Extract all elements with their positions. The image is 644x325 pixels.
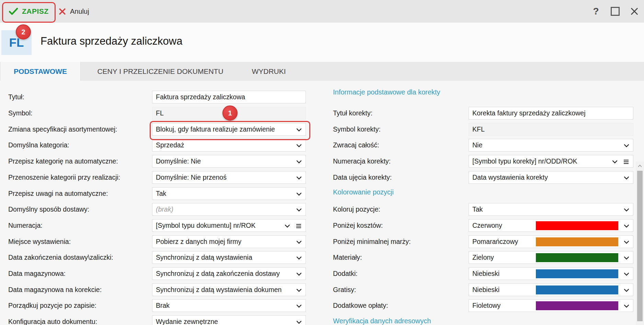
field-label: Koloruj pozycje: (333, 203, 380, 216)
field-label: Konfiguracja auto dokumentu: (8, 315, 97, 325)
dodatkowe-oplaty-color-select[interactable]: Fioletowy (469, 299, 633, 312)
save-button-label: ZAPISZ (22, 7, 49, 15)
chevron-down-icon (624, 208, 629, 212)
field-label: Materiały: (333, 251, 362, 264)
field-label: Dodatki: (333, 267, 358, 280)
color-swatch-orange (536, 237, 618, 246)
section-link-kolorowanie-pozycji[interactable]: Kolorowanie pozycji (333, 188, 394, 196)
przepisz-uwagi-select[interactable]: Tak (152, 187, 306, 200)
chevron-down-icon (624, 256, 629, 260)
scrollbar-thumb[interactable] (637, 171, 643, 321)
annotation-badge-1: 1 (222, 105, 238, 121)
chevron-down-icon (624, 224, 629, 228)
data-ujecia-korekty-select[interactable]: Data wystawienia korekty (469, 171, 633, 184)
form-row: Poniżej minimalnej marży: Pomarańczowy (0, 235, 644, 248)
window-controls: ? (586, 0, 644, 23)
koloruj-pozycje-select[interactable]: Tak (469, 203, 633, 216)
field-label: Data ujęcia korekty: (333, 171, 392, 184)
field-label: Numeracja korekty: (333, 155, 391, 168)
chevron-down-icon (624, 240, 629, 244)
form-row: Przepisz uwagi na automatyczne: Tak (0, 187, 644, 200)
color-swatch-red (536, 221, 618, 230)
header: FL 2 Faktura sprzedaży zaliczkowa (0, 23, 644, 62)
field-label: Przepisz uwagi na automatyczne: (8, 187, 108, 200)
form-row: Data ujęcia korekty: Data wystawienia ko… (0, 171, 644, 184)
chevron-down-icon (296, 192, 302, 196)
form-row: Tytuł: (0, 91, 644, 103)
gratisy-color-select[interactable]: Niebieski (469, 283, 633, 296)
color-swatch-blue (536, 285, 618, 294)
form-row: Konfiguracja auto dokumentu: Wydanie zew… (0, 315, 644, 325)
chevron-down-icon (624, 144, 629, 147)
numeracja-korekty-select[interactable]: [Symbol typu korekty] nr/ODD/ROK (469, 155, 633, 168)
x-icon (59, 8, 66, 15)
menu-icon[interactable] (623, 159, 629, 164)
form-row: Koloruj pozycje: Tak (0, 203, 644, 216)
cancel-button[interactable]: Anuluj (57, 0, 91, 23)
form-row: Dodatki: Niebieski (0, 267, 644, 280)
chevron-down-icon (624, 304, 629, 308)
maximize-button[interactable] (606, 0, 625, 23)
form-row: Numeracja korekty: [Symbol typu korekty]… (0, 155, 644, 168)
chevron-down-icon (624, 176, 629, 180)
field-label: Poniżej minimalnej marży: (333, 235, 411, 248)
field-label: Poniżej kosztów: (333, 219, 383, 232)
field-label: Symbol korekty: (333, 123, 381, 136)
tab-podstawowe[interactable]: PODSTAWOWE (0, 62, 81, 81)
ponizej-marzy-color-select[interactable]: Pomarańczowy (469, 235, 633, 248)
chevron-down-icon (612, 160, 618, 164)
scroll-up-button[interactable] (636, 161, 644, 170)
chevron-down-icon (296, 321, 302, 324)
form-row: Gratisy: Niebieski (0, 283, 644, 296)
save-button[interactable]: ZAPISZ (7, 0, 51, 23)
form-row: Zwracaj całość: Nie (0, 139, 644, 152)
form-row: Poniżej kosztów: Czerwony (0, 219, 644, 232)
form-row: Dodatkowe opłaty: Fioletowy (0, 299, 644, 312)
settings-form: Tytuł: Symbol: FL 1 Zmiana specyfikacji … (0, 81, 644, 325)
vertical-scrollbar (636, 161, 644, 325)
field-label: Tytuł korekty: (333, 107, 372, 120)
color-swatch-green (536, 253, 618, 262)
cancel-button-label: Anuluj (70, 8, 89, 15)
form-row: Materiały: Zielony (0, 251, 644, 264)
section-link-weryfikacja-adresow[interactable]: Weryfikacja danych adresowych (333, 317, 431, 325)
konfiguracja-auto-dokumentu-select[interactable]: Wydanie zewnętrzne (152, 315, 306, 325)
color-swatch-purple (536, 301, 618, 310)
check-icon (9, 8, 18, 15)
form-row: Tytuł korekty: (0, 107, 644, 120)
symbol-korekty-field: KFL (469, 123, 633, 136)
color-swatch-blue (536, 269, 618, 278)
help-button[interactable]: ? (586, 0, 606, 23)
chevron-down-icon (624, 289, 629, 292)
ponizej-kosztow-color-select[interactable]: Czerwony (469, 219, 633, 232)
tytul-korekty-input[interactable] (469, 107, 633, 120)
close-icon (630, 7, 639, 15)
zwracaj-calosc-select[interactable]: Nie (469, 139, 633, 152)
tab-bar: PODSTAWOWE CENY I PRZELICZENIE DOKUMENTU… (0, 62, 644, 81)
section-link-informacje-korekty[interactable]: Informacje podstawowe dla korekty (333, 88, 440, 96)
close-button[interactable] (625, 0, 644, 23)
annotation-badge-2: 2 (16, 24, 31, 40)
field-label: Tytuł: (8, 91, 24, 103)
chevron-down-icon (624, 272, 629, 276)
field-label: Zwracaj całość: (333, 139, 379, 152)
form-row: Symbol korekty: KFL (0, 123, 644, 136)
maximize-icon (611, 7, 620, 16)
tytul-input[interactable] (152, 91, 306, 103)
field-label: Gratisy: (333, 283, 356, 296)
tab-wydruki[interactable]: WYDRUKI (240, 62, 298, 81)
dodatki-color-select[interactable]: Niebieski (469, 267, 633, 280)
chevron-up-icon (638, 164, 642, 168)
toolbar: ZAPISZ Anuluj ? (0, 0, 644, 23)
tab-ceny-i-przeliczenie[interactable]: CENY I PRZELICZENIE DOKUMENTU (81, 62, 240, 81)
help-icon: ? (593, 6, 599, 17)
page-title: Faktura sprzedaży zaliczkowa (41, 35, 183, 47)
materialy-color-select[interactable]: Zielony (469, 251, 633, 264)
field-label: Dodatkowe opłaty: (333, 299, 388, 312)
